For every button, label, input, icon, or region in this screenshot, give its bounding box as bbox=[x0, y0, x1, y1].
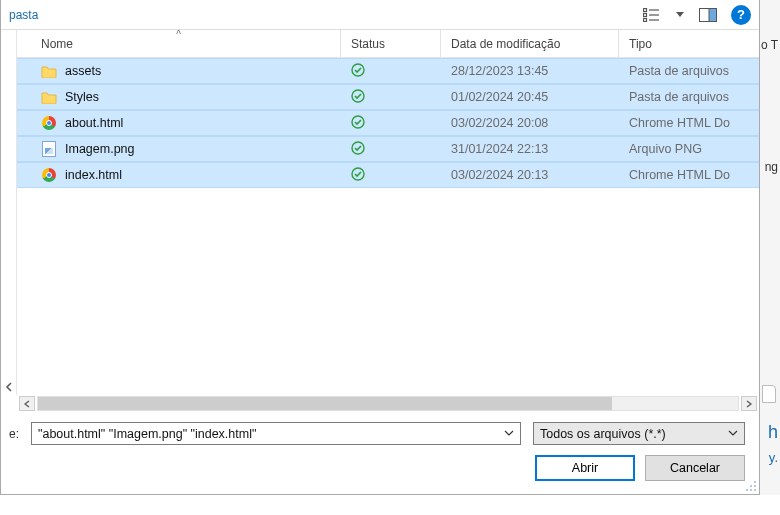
image-file-icon bbox=[41, 141, 57, 157]
file-rows: assets28/12/2023 13:45Pasta de arquivosS… bbox=[17, 58, 759, 395]
column-label: Status bbox=[351, 37, 385, 51]
column-label: Nome bbox=[41, 37, 73, 51]
folder-icon bbox=[41, 89, 57, 105]
filter-selected: Todos os arquivos (*.*) bbox=[533, 422, 745, 445]
folder-icon bbox=[41, 63, 57, 79]
sync-ok-icon bbox=[351, 141, 365, 158]
sync-ok-icon bbox=[351, 63, 365, 80]
sync-ok-icon bbox=[351, 167, 365, 184]
help-button[interactable]: ? bbox=[731, 5, 751, 25]
cell-modified: 03/02/2024 20:13 bbox=[441, 168, 619, 182]
file-name: Styles bbox=[65, 90, 99, 104]
column-header-status[interactable]: Status bbox=[341, 30, 441, 57]
file-row[interactable]: assets28/12/2023 13:45Pasta de arquivos bbox=[17, 58, 759, 84]
svg-point-18 bbox=[750, 489, 752, 491]
bg-text-fragment: ng bbox=[765, 160, 778, 174]
cell-status bbox=[341, 167, 441, 184]
cancel-button[interactable]: Cancelar bbox=[645, 455, 745, 481]
sync-ok-icon bbox=[351, 115, 365, 132]
file-name: about.html bbox=[65, 116, 123, 130]
filename-label: e: bbox=[1, 427, 19, 441]
svg-point-17 bbox=[754, 489, 756, 491]
svg-point-19 bbox=[746, 489, 748, 491]
cell-status bbox=[341, 63, 441, 80]
svg-rect-8 bbox=[709, 8, 717, 21]
file-name: index.html bbox=[65, 168, 122, 182]
file-list-pane: ^ Nome Status Data de modificação Tipo a… bbox=[17, 30, 759, 395]
cell-status bbox=[341, 141, 441, 158]
cell-type: Pasta de arquivos bbox=[619, 64, 759, 78]
filter-label: Todos os arquivos (*.*) bbox=[540, 427, 666, 441]
background-window-right-sliver: o T ng h y. bbox=[760, 0, 780, 495]
svg-point-15 bbox=[754, 485, 756, 487]
cell-modified: 03/02/2024 20:08 bbox=[441, 116, 619, 130]
cell-name: Styles bbox=[17, 89, 341, 105]
column-header-name[interactable]: ^ Nome bbox=[17, 30, 341, 57]
cell-name: index.html bbox=[17, 167, 341, 183]
svg-marker-6 bbox=[676, 12, 684, 17]
file-name: assets bbox=[65, 64, 101, 78]
column-label: Data de modificação bbox=[451, 37, 560, 51]
column-header-type[interactable]: Tipo bbox=[619, 30, 759, 57]
bg-text-fragment: y. bbox=[769, 450, 778, 465]
cell-type: Pasta de arquivos bbox=[619, 90, 759, 104]
dialog-toolbar: pasta ? bbox=[1, 0, 759, 30]
preview-pane-button[interactable] bbox=[699, 6, 717, 24]
file-row[interactable]: Imagem.png31/01/2024 22:13Arquivo PNG bbox=[17, 136, 759, 162]
chevron-left-icon[interactable] bbox=[1, 379, 17, 395]
svg-point-14 bbox=[754, 481, 756, 483]
scroll-thumb[interactable] bbox=[38, 397, 612, 410]
horizontal-scrollbar[interactable] bbox=[1, 395, 759, 412]
file-name: Imagem.png bbox=[65, 142, 134, 156]
background-window-bottom-sliver bbox=[0, 495, 780, 515]
sort-ascending-icon: ^ bbox=[176, 30, 181, 40]
file-row[interactable]: index.html03/02/2024 20:13Chrome HTML Do bbox=[17, 162, 759, 188]
nav-pane-collapsed[interactable] bbox=[1, 30, 17, 395]
cell-type: Chrome HTML Do bbox=[619, 116, 759, 130]
cell-status bbox=[341, 115, 441, 132]
column-headers: ^ Nome Status Data de modificação Tipo bbox=[17, 30, 759, 58]
help-icon-glyph: ? bbox=[737, 7, 745, 22]
filetype-filter-combo[interactable]: Todos os arquivos (*.*) bbox=[533, 422, 745, 445]
cell-name: Imagem.png bbox=[17, 141, 341, 157]
resize-grip[interactable] bbox=[745, 480, 757, 492]
file-row[interactable]: about.html03/02/2024 20:08Chrome HTML Do bbox=[17, 110, 759, 136]
view-mode-button[interactable] bbox=[643, 6, 661, 24]
filename-input[interactable] bbox=[31, 422, 521, 445]
file-open-dialog: pasta ? ^ bbox=[0, 0, 760, 495]
column-header-modified[interactable]: Data de modificação bbox=[441, 30, 619, 57]
scroll-track[interactable] bbox=[37, 396, 739, 411]
address-fragment: pasta bbox=[9, 8, 38, 22]
open-button[interactable]: Abrir bbox=[535, 455, 635, 481]
bg-text-fragment: o T bbox=[761, 38, 778, 52]
sync-ok-icon bbox=[351, 89, 365, 106]
cell-modified: 28/12/2023 13:45 bbox=[441, 64, 619, 78]
cell-name: assets bbox=[17, 63, 341, 79]
view-mode-dropdown[interactable] bbox=[675, 6, 685, 24]
column-label: Tipo bbox=[629, 37, 652, 51]
cell-modified: 31/01/2024 22:13 bbox=[441, 142, 619, 156]
bg-doc-icon bbox=[762, 385, 776, 403]
dialog-main: ^ Nome Status Data de modificação Tipo a… bbox=[1, 30, 759, 395]
cell-type: Chrome HTML Do bbox=[619, 168, 759, 182]
cell-name: about.html bbox=[17, 115, 341, 131]
svg-rect-0 bbox=[644, 8, 647, 11]
svg-rect-2 bbox=[644, 18, 647, 21]
svg-point-16 bbox=[750, 485, 752, 487]
filename-combo[interactable] bbox=[31, 422, 521, 445]
svg-rect-1 bbox=[644, 13, 647, 16]
chrome-icon bbox=[41, 167, 57, 183]
scroll-left-button[interactable] bbox=[19, 396, 35, 411]
cell-modified: 01/02/2024 20:45 bbox=[441, 90, 619, 104]
scroll-right-button[interactable] bbox=[741, 396, 757, 411]
dialog-footer: e: Todos os arquivos (*.*) Abrir Cancela… bbox=[1, 412, 759, 489]
cell-status bbox=[341, 89, 441, 106]
cell-type: Arquivo PNG bbox=[619, 142, 759, 156]
bg-text-fragment: h bbox=[768, 422, 778, 443]
file-row[interactable]: Styles01/02/2024 20:45Pasta de arquivos bbox=[17, 84, 759, 110]
chrome-icon bbox=[41, 115, 57, 131]
